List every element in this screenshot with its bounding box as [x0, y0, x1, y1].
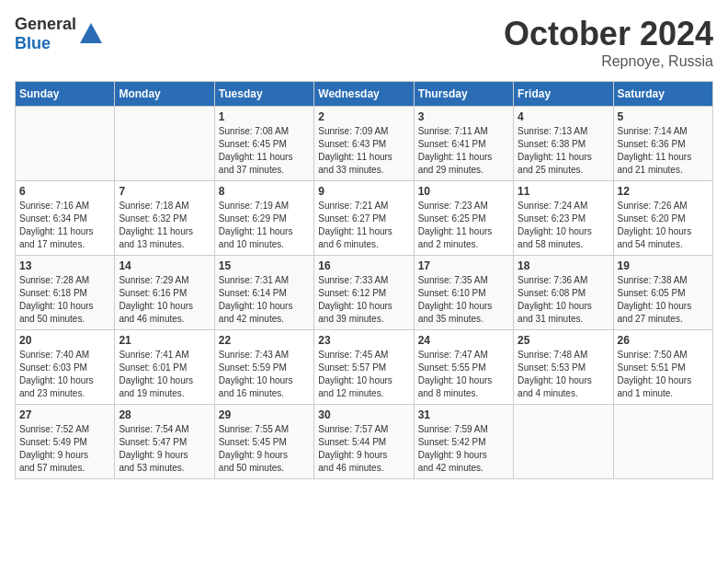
day-content: Sunrise: 7:21 AM Sunset: 6:27 PM Dayligh… — [318, 200, 409, 251]
day-number: 12 — [618, 185, 709, 198]
calendar-cell: 10Sunrise: 7:23 AM Sunset: 6:25 PM Dayli… — [414, 181, 513, 256]
day-content: Sunrise: 7:40 AM Sunset: 6:03 PM Dayligh… — [19, 349, 110, 400]
logo-blue: Blue — [15, 34, 51, 52]
calendar-cell: 13Sunrise: 7:28 AM Sunset: 6:18 PM Dayli… — [16, 256, 115, 330]
week-row-2: 6Sunrise: 7:16 AM Sunset: 6:34 PM Daylig… — [16, 181, 713, 256]
day-content: Sunrise: 7:35 AM Sunset: 6:10 PM Dayligh… — [418, 274, 509, 326]
day-content: Sunrise: 7:57 AM Sunset: 5:44 PM Dayligh… — [318, 423, 409, 475]
calendar-cell: 26Sunrise: 7:50 AM Sunset: 5:51 PM Dayli… — [613, 330, 712, 405]
day-content: Sunrise: 7:11 AM Sunset: 6:41 PM Dayligh… — [418, 125, 509, 177]
day-header-saturday: Saturday — [613, 82, 712, 107]
calendar-cell: 5Sunrise: 7:14 AM Sunset: 6:36 PM Daylig… — [613, 107, 712, 181]
day-number: 30 — [318, 408, 409, 421]
calendar-cell: 28Sunrise: 7:54 AM Sunset: 5:47 PM Dayli… — [115, 405, 214, 479]
calendar-cell: 11Sunrise: 7:24 AM Sunset: 6:23 PM Dayli… — [514, 181, 613, 256]
month-title: October 2024 — [504, 15, 713, 53]
day-number: 24 — [418, 334, 509, 347]
calendar-cell: 31Sunrise: 7:59 AM Sunset: 5:42 PM Dayli… — [414, 405, 513, 479]
calendar-cell: 23Sunrise: 7:45 AM Sunset: 5:57 PM Dayli… — [314, 330, 414, 405]
day-content: Sunrise: 7:19 AM Sunset: 6:29 PM Dayligh… — [219, 200, 310, 251]
day-number: 4 — [518, 110, 609, 123]
day-content: Sunrise: 7:29 AM Sunset: 6:16 PM Dayligh… — [119, 274, 210, 326]
day-number: 16 — [318, 259, 409, 272]
day-number: 7 — [119, 185, 210, 198]
day-content: Sunrise: 7:13 AM Sunset: 6:38 PM Dayligh… — [518, 125, 609, 177]
logo: General Blue — [15, 15, 104, 53]
day-content: Sunrise: 7:54 AM Sunset: 5:47 PM Dayligh… — [119, 423, 210, 475]
calendar-cell: 3Sunrise: 7:11 AM Sunset: 6:41 PM Daylig… — [414, 107, 513, 181]
week-row-3: 13Sunrise: 7:28 AM Sunset: 6:18 PM Dayli… — [16, 256, 713, 330]
day-number: 6 — [19, 185, 110, 198]
calendar-cell: 12Sunrise: 7:26 AM Sunset: 6:20 PM Dayli… — [613, 181, 712, 256]
day-number: 17 — [418, 259, 509, 272]
location: Repnoye, Russia — [504, 53, 713, 70]
calendar-cell: 22Sunrise: 7:43 AM Sunset: 5:59 PM Dayli… — [214, 330, 313, 405]
day-header-monday: Monday — [115, 82, 214, 107]
day-number: 29 — [219, 408, 310, 421]
calendar-cell: 6Sunrise: 7:16 AM Sunset: 6:34 PM Daylig… — [16, 181, 115, 256]
calendar-cell: 8Sunrise: 7:19 AM Sunset: 6:29 PM Daylig… — [214, 181, 313, 256]
calendar-cell: 18Sunrise: 7:36 AM Sunset: 6:08 PM Dayli… — [514, 256, 613, 330]
calendar-cell — [613, 405, 712, 479]
day-content: Sunrise: 7:43 AM Sunset: 5:59 PM Dayligh… — [219, 349, 310, 400]
calendar-cell: 16Sunrise: 7:33 AM Sunset: 6:12 PM Dayli… — [314, 256, 414, 330]
day-number: 25 — [518, 334, 609, 347]
day-number: 27 — [19, 408, 110, 421]
day-content: Sunrise: 7:08 AM Sunset: 6:45 PM Dayligh… — [219, 125, 310, 177]
day-number: 19 — [618, 259, 709, 272]
day-content: Sunrise: 7:41 AM Sunset: 6:01 PM Dayligh… — [119, 349, 210, 400]
day-number: 10 — [418, 185, 509, 198]
day-number: 31 — [418, 408, 509, 421]
day-number: 20 — [19, 334, 110, 347]
day-content: Sunrise: 7:50 AM Sunset: 5:51 PM Dayligh… — [618, 349, 709, 400]
days-header-row: SundayMondayTuesdayWednesdayThursdayFrid… — [16, 82, 713, 107]
calendar-cell: 17Sunrise: 7:35 AM Sunset: 6:10 PM Dayli… — [414, 256, 513, 330]
week-row-4: 20Sunrise: 7:40 AM Sunset: 6:03 PM Dayli… — [16, 330, 713, 405]
day-number: 21 — [119, 334, 210, 347]
calendar-cell: 21Sunrise: 7:41 AM Sunset: 6:01 PM Dayli… — [115, 330, 214, 405]
calendar-cell — [115, 107, 214, 181]
day-number: 23 — [318, 334, 409, 347]
week-row-1: 1Sunrise: 7:08 AM Sunset: 6:45 PM Daylig… — [16, 107, 713, 181]
day-number: 5 — [618, 110, 709, 123]
calendar-cell: 9Sunrise: 7:21 AM Sunset: 6:27 PM Daylig… — [314, 181, 414, 256]
day-number: 11 — [518, 185, 609, 198]
calendar-cell: 2Sunrise: 7:09 AM Sunset: 6:43 PM Daylig… — [314, 107, 414, 181]
day-number: 28 — [119, 408, 210, 421]
day-number: 9 — [318, 185, 409, 198]
day-content: Sunrise: 7:59 AM Sunset: 5:42 PM Dayligh… — [418, 423, 509, 475]
day-number: 22 — [219, 334, 310, 347]
calendar-cell — [514, 405, 613, 479]
calendar-cell — [16, 107, 115, 181]
logo-general: General — [15, 15, 76, 33]
day-content: Sunrise: 7:55 AM Sunset: 5:45 PM Dayligh… — [219, 423, 310, 475]
day-content: Sunrise: 7:16 AM Sunset: 6:34 PM Dayligh… — [19, 200, 110, 251]
calendar-cell: 20Sunrise: 7:40 AM Sunset: 6:03 PM Dayli… — [16, 330, 115, 405]
calendar-cell: 1Sunrise: 7:08 AM Sunset: 6:45 PM Daylig… — [214, 107, 313, 181]
calendar-cell: 14Sunrise: 7:29 AM Sunset: 6:16 PM Dayli… — [115, 256, 214, 330]
calendar-table: SundayMondayTuesdayWednesdayThursdayFrid… — [15, 81, 713, 479]
logo-icon — [78, 21, 104, 47]
day-content: Sunrise: 7:31 AM Sunset: 6:14 PM Dayligh… — [219, 274, 310, 326]
calendar-cell: 30Sunrise: 7:57 AM Sunset: 5:44 PM Dayli… — [314, 405, 414, 479]
day-number: 2 — [318, 110, 409, 123]
day-content: Sunrise: 7:38 AM Sunset: 6:05 PM Dayligh… — [618, 274, 709, 326]
page-header: General Blue October 2024 Repnoye, Russi… — [15, 15, 713, 70]
day-header-wednesday: Wednesday — [314, 82, 414, 107]
day-number: 15 — [219, 259, 310, 272]
title-block: October 2024 Repnoye, Russia — [504, 15, 713, 70]
day-number: 1 — [219, 110, 310, 123]
day-content: Sunrise: 7:48 AM Sunset: 5:53 PM Dayligh… — [518, 349, 609, 400]
week-row-5: 27Sunrise: 7:52 AM Sunset: 5:49 PM Dayli… — [16, 405, 713, 479]
calendar-cell: 27Sunrise: 7:52 AM Sunset: 5:49 PM Dayli… — [16, 405, 115, 479]
day-header-tuesday: Tuesday — [214, 82, 313, 107]
logo-text: General Blue — [15, 15, 76, 53]
day-number: 13 — [19, 259, 110, 272]
day-content: Sunrise: 7:52 AM Sunset: 5:49 PM Dayligh… — [19, 423, 110, 475]
calendar-cell: 7Sunrise: 7:18 AM Sunset: 6:32 PM Daylig… — [115, 181, 214, 256]
svg-marker-0 — [80, 23, 102, 43]
day-number: 26 — [618, 334, 709, 347]
calendar-cell: 4Sunrise: 7:13 AM Sunset: 6:38 PM Daylig… — [514, 107, 613, 181]
calendar-cell: 19Sunrise: 7:38 AM Sunset: 6:05 PM Dayli… — [613, 256, 712, 330]
calendar-cell: 29Sunrise: 7:55 AM Sunset: 5:45 PM Dayli… — [214, 405, 313, 479]
